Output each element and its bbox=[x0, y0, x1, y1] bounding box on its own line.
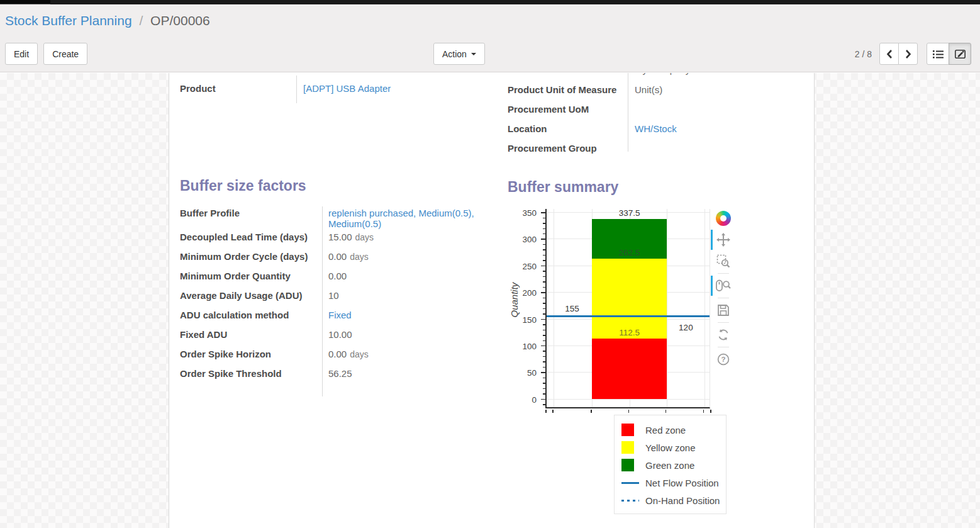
field-row: Order Spike Horizon0.00days bbox=[180, 346, 498, 366]
field-value[interactable]: Fixed bbox=[322, 307, 484, 320]
clipped-field-value: My Company bbox=[635, 73, 792, 77]
field-value-link[interactable]: WH/Stock bbox=[635, 123, 677, 134]
bokeh-logo-icon[interactable] bbox=[715, 210, 732, 227]
column-separator bbox=[296, 76, 297, 103]
legend-swatch bbox=[621, 482, 640, 484]
top-nav-active-segment bbox=[0, 0, 50, 4]
green-zone-swatch bbox=[621, 459, 634, 471]
field-value-text: 0.00 bbox=[328, 271, 347, 281]
chevron-right-icon bbox=[905, 50, 911, 59]
buffer-size-factors-title: Buffer size factors bbox=[180, 177, 306, 194]
create-button[interactable]: Create bbox=[43, 43, 87, 65]
buffer-summary-title: Buffer summary bbox=[508, 179, 618, 196]
chart-value-label: 120 bbox=[679, 323, 693, 332]
field-label: Fixed ADU bbox=[180, 327, 322, 340]
pan-tool-icon[interactable] bbox=[715, 232, 732, 248]
legend-label: Green zone bbox=[645, 460, 694, 471]
field-value: 0.00 bbox=[322, 268, 484, 281]
yellow-zone-bar bbox=[592, 259, 667, 339]
top-nav-bar bbox=[0, 0, 980, 4]
legend-swatch bbox=[621, 424, 640, 436]
field-value: 0.00days bbox=[322, 249, 484, 262]
list-icon bbox=[933, 50, 944, 59]
field-row: Procurement UoM bbox=[508, 101, 810, 121]
help-tool-icon[interactable]: ? bbox=[715, 351, 732, 368]
legend-item: On-Hand Position bbox=[615, 491, 726, 509]
form-view-button[interactable] bbox=[949, 43, 971, 65]
wheel-zoom-tool-icon[interactable] bbox=[715, 278, 732, 294]
field-value bbox=[628, 101, 635, 104]
x-minor-tick bbox=[665, 410, 667, 413]
view-switcher bbox=[927, 43, 971, 65]
field-unit: days bbox=[355, 232, 374, 242]
field-label: Order Spike Threshold bbox=[180, 366, 322, 379]
field-row: ADU calculation methodFixed bbox=[180, 307, 498, 327]
y-major-tick bbox=[541, 266, 545, 267]
edit-button[interactable]: Edit bbox=[5, 43, 38, 65]
field-row: Order Spike Threshold56.25 bbox=[180, 366, 498, 385]
legend-item: Yellow zone bbox=[615, 439, 726, 456]
product-field-value-link[interactable]: [ADPT] USB Adapter bbox=[303, 83, 391, 94]
field-row: Fixed ADU10.00 bbox=[180, 327, 498, 346]
action-label: Action bbox=[442, 49, 467, 59]
product-field-label: Product bbox=[180, 81, 297, 94]
pager-previous-button[interactable] bbox=[879, 43, 899, 65]
y-tick-label: 0 bbox=[532, 395, 537, 404]
buffer-factors-group: Buffer Profilereplenish purchased, Mediu… bbox=[180, 205, 498, 385]
field-value[interactable]: replenish purchased, Medium(0.5), Medium… bbox=[322, 205, 484, 229]
field-value-link[interactable]: Fixed bbox=[328, 310, 352, 320]
action-dropdown-button[interactable]: Action bbox=[433, 43, 485, 65]
box-zoom-tool-icon[interactable] bbox=[715, 253, 732, 269]
column-separator bbox=[322, 206, 323, 396]
pager-count: 2 / 8 bbox=[855, 49, 872, 59]
field-label: Minimum Order Cycle (days) bbox=[180, 249, 322, 262]
legend-swatch bbox=[621, 500, 640, 502]
legend-item: Green zone bbox=[615, 456, 726, 474]
legend-swatch bbox=[621, 459, 640, 471]
field-row: Minimum Order Quantity0.00 bbox=[180, 268, 498, 288]
pager-next-button[interactable] bbox=[898, 43, 918, 65]
y-major-tick bbox=[541, 399, 545, 400]
breadcrumb-current: OP/00006 bbox=[150, 13, 210, 28]
y-tick-label: 300 bbox=[522, 235, 537, 244]
chart-value-label: 337.5 bbox=[619, 208, 640, 218]
chart-plot-area[interactable]: 337.5262.5112.5155120 bbox=[545, 209, 710, 408]
field-value: 56.25 bbox=[322, 366, 484, 379]
net-flow-position-swatch bbox=[621, 482, 639, 484]
y-major-tick bbox=[541, 292, 545, 293]
red-zone-swatch bbox=[621, 424, 634, 436]
chart-value-label: 112.5 bbox=[619, 328, 640, 337]
field-label: Location bbox=[508, 121, 628, 134]
field-label: Buffer Profile bbox=[180, 205, 322, 218]
save-tool-icon[interactable] bbox=[715, 302, 732, 318]
field-value-text: 15.00 bbox=[328, 232, 352, 242]
net-flow-position-line bbox=[547, 315, 710, 317]
field-value bbox=[628, 140, 635, 143]
chart-legend: Red zoneYellow zoneGreen zoneNet Flow Po… bbox=[614, 415, 727, 514]
field-row: Product [ADPT] USB Adapter bbox=[180, 81, 482, 100]
field-value-text: 0.00 bbox=[328, 349, 347, 359]
x-minor-tick bbox=[545, 410, 547, 413]
reset-tool-icon[interactable] bbox=[715, 327, 732, 343]
x-axis bbox=[545, 410, 710, 415]
x-minor-tick bbox=[710, 410, 711, 413]
list-view-button[interactable] bbox=[927, 43, 949, 65]
y-major-tick bbox=[541, 319, 545, 320]
field-value: 10.00 bbox=[322, 327, 484, 340]
chart-value-label: 262.5 bbox=[619, 248, 640, 257]
red-zone-bar bbox=[592, 339, 667, 398]
x-minor-tick bbox=[591, 410, 592, 413]
field-value-text: 56.25 bbox=[328, 368, 352, 379]
field-unit: days bbox=[350, 252, 369, 262]
legend-label: On-Hand Position bbox=[645, 495, 720, 506]
breadcrumb-parent-link[interactable]: Stock Buffer Planning bbox=[5, 13, 132, 28]
y-tick-label: 250 bbox=[522, 261, 537, 271]
breadcrumb-separator: / bbox=[135, 13, 147, 28]
field-value-text: 10 bbox=[328, 290, 339, 301]
control-panel: Stock Buffer Planning / OP/00006 Edit Cr… bbox=[0, 4, 980, 72]
field-value-link[interactable]: replenish purchased, Medium(0.5), Medium… bbox=[328, 208, 474, 229]
field-label: Product Unit of Measure bbox=[508, 82, 628, 95]
field-value[interactable]: WH/Stock bbox=[628, 121, 677, 134]
x-minor-tick bbox=[628, 410, 630, 413]
field-label: Procurement Group bbox=[508, 140, 628, 154]
